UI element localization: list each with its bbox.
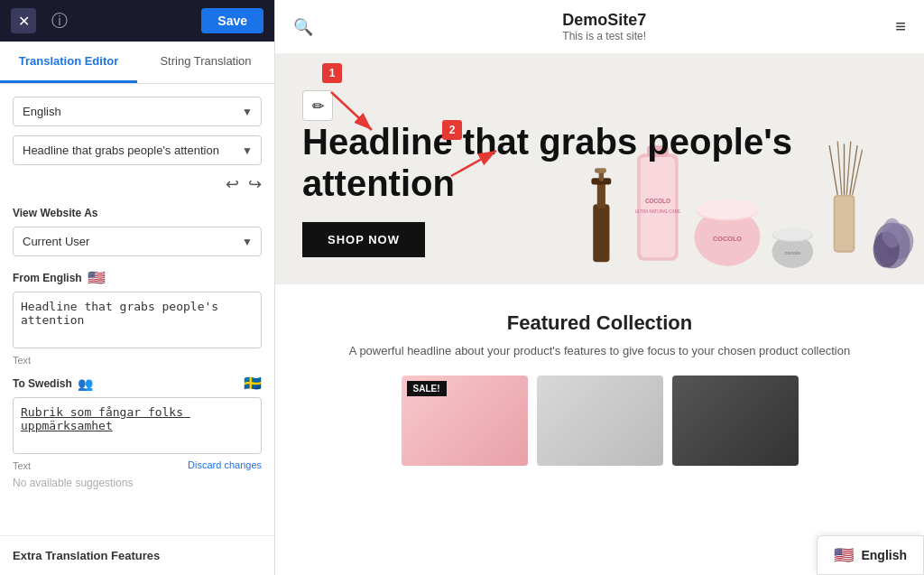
view-as-dropdown-wrap: Current User ▼ [13, 227, 262, 256]
extra-features-label: Extra Translation Features [13, 549, 262, 562]
svg-line-1 [331, 92, 372, 130]
site-header: 🔍 DemoSite7 This is a test site! ≡ [275, 0, 924, 54]
annotation-arrow-1 [322, 83, 394, 137]
site-title-wrap: DemoSite7 This is a test site! [313, 11, 895, 42]
product-card-3 [672, 376, 799, 466]
panel-content: English ▼ Headline that grabs people's a… [0, 84, 274, 535]
top-bar: ✕ ⓘ Save [0, 0, 274, 42]
extra-features-section: Extra Translation Features [0, 535, 274, 575]
undo-redo-bar: ↩ ↪ [13, 174, 262, 194]
featured-description: A powerful headline about your product's… [293, 344, 906, 357]
from-label: From English [13, 272, 82, 284]
close-button[interactable]: ✕ [11, 8, 36, 33]
website-preview: 🔍 DemoSite7 This is a test site! ≡ 1 [275, 0, 924, 575]
hamburger-icon[interactable]: ≡ [895, 16, 906, 37]
tabs-bar: Translation Editor String Translation [0, 42, 274, 84]
featured-title: Featured Collection [293, 311, 906, 335]
english-badge-label: English [861, 548, 907, 562]
view-website-as-label: View Website As [13, 207, 262, 219]
from-label-row: From English 🇺🇸 [13, 269, 262, 286]
add-users-icon[interactable]: 👥 [78, 376, 93, 391]
product-card-2 [537, 376, 663, 466]
language-dropdown-wrap: English ▼ [13, 97, 262, 126]
suggestions-text: No available suggestions [13, 477, 262, 489]
product-card-1: SALE! [402, 376, 528, 466]
redo-button[interactable]: ↪ [248, 174, 262, 194]
product-image-3 [672, 376, 799, 466]
discard-changes-link[interactable]: Discard changes [188, 459, 262, 470]
info-button[interactable]: ⓘ [47, 8, 72, 33]
content-dropdown[interactable]: Headline that grabs people's attention [13, 135, 262, 165]
to-label: To Swedish [13, 377, 72, 390]
english-badge[interactable]: 🇺🇸 English [817, 535, 924, 575]
to-text-area[interactable] [13, 397, 262, 454]
view-website-as-section: View Website As Current User ▼ [13, 207, 262, 256]
tab-translation-editor[interactable]: Translation Editor [0, 42, 137, 83]
hero-section: 1 ✏ Headline that grabs people's attenti… [275, 54, 924, 284]
svg-line-33 [451, 151, 496, 176]
annotation-badge-1: 1 [322, 63, 342, 83]
search-icon[interactable]: 🔍 [293, 17, 313, 37]
undo-button[interactable]: ↩ [226, 174, 239, 194]
annotation-badge-2: 2 [442, 120, 462, 140]
view-as-dropdown[interactable]: Current User [13, 227, 262, 256]
to-section: To Swedish 👥 🇸🇪 Text Discard changes No … [13, 375, 262, 489]
site-title: DemoSite7 [313, 11, 895, 30]
annotation-1: 1 [322, 63, 394, 137]
translation-sidebar: ✕ ⓘ Save Translation Editor String Trans… [0, 0, 275, 575]
from-text-area[interactable] [13, 292, 262, 348]
save-button[interactable]: Save [201, 8, 263, 33]
content-dropdown-wrap: Headline that grabs people's attention ▼ [13, 135, 262, 165]
sale-badge-1: SALE! [407, 381, 447, 396]
shop-now-button[interactable]: SHOP NOW [302, 222, 425, 257]
from-flag-icon: 🇺🇸 [88, 269, 106, 286]
language-dropdown[interactable]: English [13, 97, 262, 126]
featured-section: Featured Collection A powerful headline … [275, 284, 924, 484]
from-section: From English 🇺🇸 Text [13, 269, 262, 366]
product-image-2 [537, 376, 663, 466]
site-subtitle: This is a test site! [313, 30, 895, 42]
to-label-row: To Swedish 👥 🇸🇪 [13, 375, 262, 392]
annotation-arrow-2 [442, 140, 514, 185]
from-type-label: Text [13, 355, 262, 366]
to-flag-icon: 🇸🇪 [244, 375, 262, 392]
products-row: SALE! [293, 376, 906, 466]
english-badge-flag: 🇺🇸 [834, 545, 854, 565]
to-type-label: Text [13, 460, 31, 471]
annotation-2: 2 [442, 120, 514, 185]
tab-string-translation[interactable]: String Translation [137, 42, 274, 83]
